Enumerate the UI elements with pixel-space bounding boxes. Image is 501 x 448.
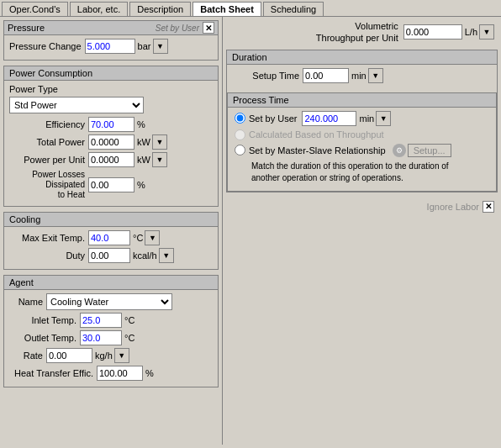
radio-master-slave[interactable] <box>235 145 245 155</box>
max-exit-temp-unit: °C <box>133 233 143 243</box>
pressure-change-label: Pressure Change <box>9 41 82 51</box>
efficiency-input[interactable] <box>88 117 134 132</box>
radio-set-by-user-label: Set by User <box>249 113 297 124</box>
process-time-unit: min <box>359 113 374 124</box>
total-power-dropdown[interactable]: ▼ <box>152 134 167 150</box>
setup-button[interactable]: Setup... <box>408 144 451 157</box>
tab-bar: Oper.Cond's Labor, etc. Description Batc… <box>0 0 501 17</box>
tab-batch-sheet[interactable]: Batch Sheet <box>192 2 261 16</box>
total-power-unit: kW <box>137 137 150 147</box>
pressure-change-row: Pressure Change bar ▼ <box>9 39 213 54</box>
ignore-labor-checkbox[interactable]: ✕ <box>483 201 494 213</box>
agent-name-select[interactable]: Cooling Water <box>46 293 172 310</box>
setup-time-dropdown[interactable]: ▼ <box>368 68 383 83</box>
power-per-unit-dropdown[interactable]: ▼ <box>152 152 167 167</box>
process-time-dropdown[interactable]: ▼ <box>376 111 391 126</box>
efficiency-unit: % <box>137 119 145 129</box>
setup-time-input[interactable] <box>303 68 349 83</box>
inlet-temp-row: Inlet Temp. °C <box>9 313 213 328</box>
pressure-unit: bar <box>138 41 151 51</box>
pressure-header: Pressure Set by User ✕ <box>4 21 218 35</box>
power-per-unit-label: Power per Unit <box>9 155 85 165</box>
radio-calculated[interactable] <box>235 129 245 140</box>
duty-label: Duty <box>9 250 85 261</box>
pressure-title: Pressure <box>8 23 45 33</box>
duty-input[interactable] <box>88 248 130 263</box>
power-per-unit-input[interactable] <box>88 152 134 167</box>
rate-input[interactable] <box>46 348 92 363</box>
heat-transfer-unit: % <box>145 368 154 378</box>
agent-name-label: Name <box>9 297 43 307</box>
total-power-row: Total Power kW ▼ <box>9 134 213 150</box>
power-losses-label: Power LossesDissipatedto Heat <box>9 170 85 200</box>
tab-scheduling[interactable]: Scheduling <box>263 2 324 16</box>
rate-dropdown[interactable]: ▼ <box>114 348 129 363</box>
power-type-row: Power Type <box>9 84 213 94</box>
setup-time-unit: min <box>351 71 367 81</box>
power-type-label: Power Type <box>9 84 58 94</box>
tab-labor[interactable]: Labor, etc. <box>70 2 128 16</box>
volumetric-label: VolumetricThroughput per Unit <box>316 20 398 45</box>
radio-master-slave-row: Set by Master-Slave Relationship ⚙ Setup… <box>235 144 489 157</box>
left-panel: Pressure Set by User ✕ Pressure Change b… <box>0 17 223 445</box>
radio-calculated-row: Calculated Based on Throughput <box>235 129 489 140</box>
duty-dropdown[interactable]: ▼ <box>159 248 174 263</box>
inlet-temp-input[interactable] <box>80 313 122 328</box>
outlet-temp-input[interactable] <box>80 330 122 345</box>
pressure-dropdown-btn[interactable]: ▼ <box>153 39 168 54</box>
max-exit-temp-dropdown[interactable]: ▼ <box>145 230 160 245</box>
setup-time-label: Setup Time <box>232 71 299 81</box>
set-by-user-label: Set by User <box>156 24 199 33</box>
max-exit-temp-input[interactable] <box>88 230 130 245</box>
radio-master-slave-label: Set by Master-Slave Relationship <box>249 145 386 155</box>
outlet-temp-row: Outlet Temp. °C <box>9 330 213 345</box>
pressure-close-btn[interactable]: ✕ <box>203 22 214 34</box>
agent-name-row: Name Cooling Water <box>9 293 213 310</box>
setup-time-row: Setup Time min ▼ <box>232 68 492 83</box>
radio-calculated-label: Calculated Based on Throughput <box>249 129 384 140</box>
power-losses-unit: % <box>137 180 145 190</box>
duration-title: Duration <box>227 50 497 65</box>
heat-transfer-label: Heat Transfer Effic. <box>9 368 93 378</box>
right-panel: VolumetricThroughput per Unit L/h ▼ Dura… <box>223 17 501 445</box>
cooling-title: Cooling <box>4 213 218 227</box>
max-exit-temp-label: Max Exit Temp. <box>9 233 85 243</box>
heat-transfer-row: Heat Transfer Effic. % <box>9 366 213 381</box>
heat-transfer-input[interactable] <box>97 366 143 381</box>
outlet-temp-label: Outlet Temp. <box>9 333 76 343</box>
power-losses-input[interactable] <box>88 177 134 192</box>
process-time-section: Process Time Set by User min ▼ Calculate… <box>227 92 497 192</box>
efficiency-row: Efficiency % <box>9 117 213 132</box>
cooling-section: Cooling Max Exit Temp. °C ▼ Duty kcal/h … <box>3 212 219 270</box>
inlet-temp-unit: °C <box>124 315 134 325</box>
duration-section: Duration Setup Time min ▼ Process Time S… <box>226 50 498 192</box>
volumetric-dropdown[interactable]: ▼ <box>479 24 494 40</box>
tab-description[interactable]: Description <box>129 2 191 16</box>
agent-title: Agent <box>4 276 218 290</box>
power-per-unit-unit: kW <box>137 155 150 165</box>
process-time-value-input[interactable] <box>302 111 356 126</box>
tab-oper-conds[interactable]: Oper.Cond's <box>2 2 68 16</box>
inlet-temp-label: Inlet Temp. <box>9 315 76 325</box>
total-power-label: Total Power <box>9 137 85 147</box>
rate-label: Rate <box>9 350 43 361</box>
power-consumption-title: Power Consumption <box>4 66 218 81</box>
pressure-section: Pressure Set by User ✕ Pressure Change b… <box>3 20 219 61</box>
power-type-select[interactable]: Std Power <box>9 97 144 113</box>
process-time-title: Process Time <box>228 93 496 108</box>
volumetric-row: VolumetricThroughput per Unit L/h ▼ <box>226 20 498 45</box>
ignore-labor-row: Ignore Labor ✕ <box>226 198 498 216</box>
ignore-labor-label: Ignore Labor <box>427 202 479 212</box>
radio-set-by-user[interactable] <box>235 113 245 124</box>
rate-unit: kg/h <box>95 350 113 361</box>
efficiency-label: Efficiency <box>9 119 85 129</box>
pressure-change-input[interactable] <box>85 39 135 54</box>
match-text: Match the duration of this operation to … <box>251 161 489 184</box>
power-per-unit-row: Power per Unit kW ▼ <box>9 152 213 167</box>
power-consumption-section: Power Consumption Power Type Std Power E… <box>3 66 219 207</box>
volumetric-input[interactable] <box>403 24 462 40</box>
duty-row: Duty kcal/h ▼ <box>9 248 213 263</box>
total-power-input[interactable] <box>88 134 134 150</box>
outlet-temp-unit: °C <box>124 333 134 343</box>
power-losses-row: Power LossesDissipatedto Heat % <box>9 170 213 200</box>
